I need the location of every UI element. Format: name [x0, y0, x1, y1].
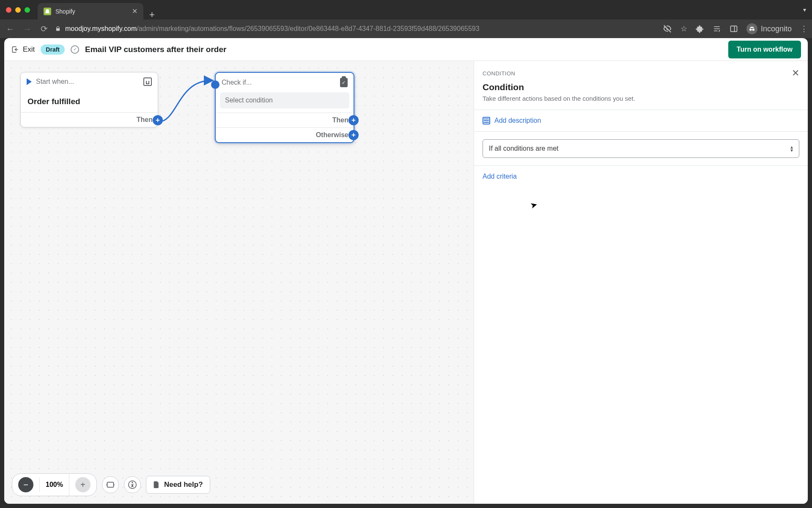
- app-viewport: Exit Draft ✓ Email VIP customers after t…: [4, 38, 808, 504]
- new-tab-button[interactable]: +: [149, 10, 155, 19]
- play-icon: [27, 78, 32, 85]
- condition-match-value: If all conditions are met: [489, 145, 559, 152]
- condition-then-branch: Then +: [216, 113, 354, 127]
- condition-then-label: Then: [332, 116, 348, 124]
- extensions-icon[interactable]: [696, 25, 704, 33]
- shopify-favicon-icon: [44, 8, 51, 15]
- svg-rect-0: [730, 26, 737, 31]
- add-otherwise-step-button[interactable]: +: [348, 130, 359, 140]
- exit-label: Exit: [23, 45, 35, 54]
- start-node-body: Order fulfilled: [21, 91, 158, 112]
- fit-icon: [106, 481, 115, 488]
- accessibility-button[interactable]: [124, 476, 141, 493]
- zoom-in-button[interactable]: +: [69, 474, 96, 496]
- add-criteria-button[interactable]: Add criteria: [474, 166, 808, 187]
- condition-node-body[interactable]: Select condition: [220, 92, 349, 108]
- close-window-icon[interactable]: [6, 7, 11, 13]
- browser-actions: ☆ Incognito ⋮: [663, 23, 808, 34]
- close-tab-icon[interactable]: ✕: [132, 7, 137, 15]
- start-node-header: Start when...: [21, 72, 158, 91]
- condition-node-title: Check if...: [222, 79, 252, 86]
- clipboard-check-icon: [340, 78, 348, 87]
- panel-kicker: CONDITION: [483, 70, 515, 77]
- close-panel-button[interactable]: ✕: [792, 69, 800, 78]
- browser-chrome: Shopify ✕ + ▾ ← → ⟳ moodjoy.myshopify.co…: [0, 0, 812, 504]
- incognito-avatar-icon: [746, 23, 757, 34]
- tab-overflow-icon[interactable]: ▾: [803, 6, 806, 13]
- toolbar-row: ← → ⟳ moodjoy.myshopify.com/admin/market…: [0, 19, 812, 38]
- description-icon: [483, 117, 490, 124]
- app-header: Exit Draft ✓ Email VIP customers after t…: [4, 38, 808, 61]
- zoom-value: 100%: [39, 478, 69, 492]
- reload-button[interactable]: ⟳: [38, 24, 50, 34]
- profile-incognito[interactable]: Incognito: [746, 23, 792, 34]
- condition-node-header: Check if...: [216, 73, 354, 92]
- add-description-button[interactable]: Add description: [474, 110, 808, 131]
- svg-point-1: [749, 28, 752, 30]
- minus-icon: −: [18, 477, 33, 492]
- maximize-window-icon[interactable]: [25, 7, 30, 13]
- address-bar[interactable]: moodjoy.myshopify.com/admin/marketing/au…: [55, 25, 658, 33]
- url-path: /admin/marketing/automations/flows/26539…: [137, 25, 479, 32]
- window-controls: [6, 7, 30, 13]
- tab-title: Shopify: [55, 8, 75, 15]
- inbox-icon: [143, 77, 152, 86]
- panel-title: Condition: [483, 82, 799, 92]
- connector-line: [152, 71, 220, 139]
- incognito-label: Incognito: [761, 25, 792, 33]
- minimize-window-icon[interactable]: [15, 7, 21, 13]
- window-titlebar: Shopify ✕ + ▾: [0, 0, 812, 19]
- eye-off-icon[interactable]: [663, 24, 672, 33]
- input-port-icon: [211, 80, 219, 89]
- forward-button[interactable]: →: [21, 24, 33, 34]
- check-circle-icon: ✓: [71, 45, 79, 54]
- reading-list-icon[interactable]: [713, 25, 721, 33]
- condition-sidepanel: CONDITION ✕ Condition Take different act…: [474, 61, 808, 504]
- add-description-label: Add description: [494, 117, 541, 124]
- start-node[interactable]: Start when... Order fulfilled Then +: [20, 72, 158, 127]
- flow-canvas[interactable]: Start when... Order fulfilled Then +: [4, 61, 474, 504]
- back-button[interactable]: ←: [4, 24, 16, 34]
- help-button[interactable]: Need help?: [146, 476, 210, 494]
- url-host: moodjoy.myshopify.com: [65, 25, 137, 32]
- app-body: Start when... Order fulfilled Then +: [4, 61, 808, 504]
- select-caret-icon: ▴▾: [790, 145, 793, 152]
- help-label: Need help?: [164, 480, 203, 489]
- start-then-branch: Then +: [21, 112, 158, 127]
- svg-rect-3: [107, 482, 113, 487]
- svg-point-5: [132, 482, 133, 483]
- lock-icon: [55, 26, 61, 32]
- accessibility-icon: [128, 480, 137, 489]
- fit-to-screen-button[interactable]: [102, 476, 119, 493]
- condition-otherwise-branch: Otherwise +: [216, 127, 354, 142]
- add-then-step-button[interactable]: +: [348, 115, 359, 125]
- turn-on-workflow-button[interactable]: Turn on workflow: [728, 41, 801, 58]
- star-icon[interactable]: ☆: [680, 24, 687, 33]
- panel-subtitle: Take different actions based on the cond…: [483, 95, 799, 102]
- svg-point-2: [752, 28, 754, 30]
- side-panel-icon[interactable]: [730, 25, 738, 33]
- plus-icon: +: [75, 477, 91, 492]
- zoom-out-button[interactable]: −: [12, 474, 39, 496]
- kebab-menu-icon[interactable]: ⋮: [800, 24, 808, 33]
- zoom-controls: − 100% +: [12, 473, 97, 496]
- start-node-title: Start when...: [36, 78, 74, 86]
- workflow-title: Email VIP customers after their order: [85, 45, 226, 54]
- canvas-toolbar: − 100% + Need help?: [12, 473, 210, 496]
- start-then-label: Then: [137, 116, 153, 124]
- browser-tab[interactable]: Shopify ✕: [38, 3, 143, 19]
- exit-icon: [11, 45, 19, 54]
- condition-match-select[interactable]: If all conditions are met ▴▾: [483, 139, 799, 158]
- status-badge: Draft: [41, 44, 65, 55]
- document-icon: [153, 480, 160, 489]
- condition-node[interactable]: Check if... Select condition Then + Othe…: [215, 72, 354, 143]
- exit-button[interactable]: Exit: [11, 45, 35, 54]
- condition-otherwise-label: Otherwise: [316, 131, 348, 139]
- tab-strip: Shopify ✕ +: [38, 0, 155, 19]
- add-step-button[interactable]: +: [153, 115, 163, 125]
